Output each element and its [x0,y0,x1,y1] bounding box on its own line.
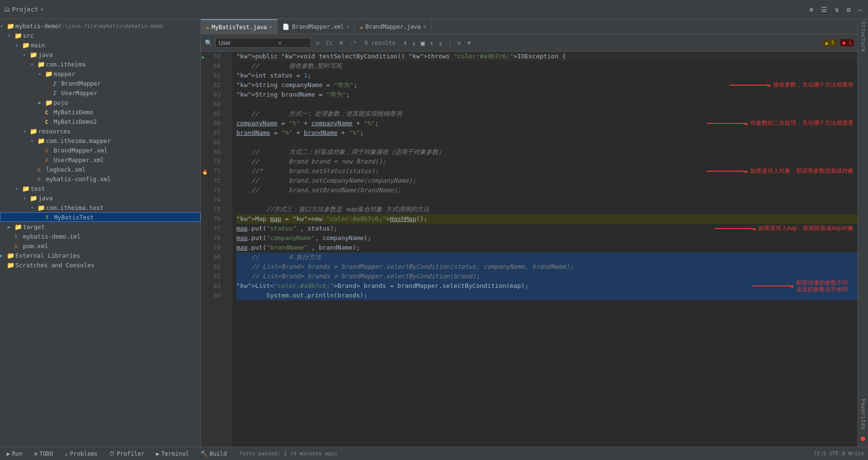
tree-item[interactable]: Xmybatis-config.xml [0,174,200,184]
search-input[interactable] [219,40,276,46]
run-button[interactable]: ▶ ▶ Run Run [4,449,25,458]
tree-item[interactable]: Xpom.xml [0,241,200,251]
code-content[interactable]: "kw">public "kw">void testSelectByCondit… [233,52,857,447]
match-case-button[interactable]: Cc [324,39,334,47]
tree-item-icon: 📁 [14,223,23,230]
whole-word-button[interactable]: W [338,39,345,47]
java-file-icon: ☕ [206,24,209,31]
tree-item-label: mapper [54,70,75,77]
clear-search-button[interactable]: ✕ [278,39,282,46]
tree-item[interactable]: Xlogback.xml [0,164,200,174]
tab-close-button[interactable]: ✕ [346,23,350,30]
tab-close-button[interactable]: ✕ [269,24,273,30]
code-line: // List<Brand> brands = brandMapper.sele… [236,262,857,272]
tree-item[interactable]: TMyBatisTest [0,212,200,222]
tree-item-icon: 📁 [22,42,31,49]
tree-item-icon: 📁 [30,195,38,202]
terminal-button[interactable]: ▶ Terminal [153,449,192,458]
tree-item[interactable]: ▶📁pojo [0,98,200,107]
tree-item-label: target [23,223,45,230]
tree-item[interactable]: XUserMapper.xml [0,155,200,164]
problems-icon: ⚠ [65,450,68,457]
build-button[interactable]: 🔨 Build [198,449,230,458]
line-number: 65 [201,109,224,119]
test-status: Tests passed: 1 (4 minutes ago) [239,450,337,457]
minimize-icon[interactable]: — [857,5,864,14]
prev-result-button[interactable]: ↑ [401,38,409,48]
tree-item[interactable]: ▾📁mybatis-demo E:\java-file\mybatis\myba… [0,21,200,31]
favorites-icon[interactable]: Favorites [860,399,867,430]
nav-option2[interactable]: ⇓ [436,38,444,48]
tree-item[interactable]: ▾📁test [0,184,200,193]
tree-item[interactable]: ▾📁com.itheima [0,59,200,69]
refresh-button[interactable]: ↺ [314,39,321,47]
line-number: 59▶ [201,52,224,61]
code-line: "kw">int status = 1; [236,71,857,80]
line-number: 76 [201,214,224,224]
align-button[interactable]: ≡ [455,39,462,47]
tree-arrow: ▾ [0,23,7,29]
tree-item[interactable]: IUserMapper [0,88,200,98]
code-line: // 4.执行方法▾ [236,252,857,262]
nav-option1[interactable]: ⇑ [428,38,435,48]
tree-item-label: BrandMapper.xml [54,147,108,154]
profiler-button[interactable]: ⏱ Profiler [106,449,147,458]
tree-item[interactable]: Imybatis-demo.iml [0,231,200,241]
tree-item[interactable]: CMyBatisDemo2 [0,117,200,126]
search-input-wrapper: ✕ [215,38,311,48]
tree-item[interactable]: ▾📁main [0,40,200,50]
tree-arrow: ▾ [31,138,37,143]
dropdown-icon[interactable]: ▾ [40,6,44,13]
tree-item[interactable]: ▾📁java [0,193,200,203]
list-icon[interactable]: ☰ [819,5,829,14]
todo-button[interactable]: ≡ TODO [31,449,56,458]
tree-item[interactable]: 📁Scratches and Consoles [0,260,200,270]
tree-item-label: mybatis-demo.iml [23,233,80,240]
tree-item-label: BrandMapper [61,80,101,87]
tree-item-icon: I [14,233,23,240]
tree-item[interactable]: ▶📁External Libraries [0,251,200,260]
line-number: 80 [201,252,224,262]
error-count[interactable]: ● 1 [840,39,854,46]
tree-item[interactable]: ▾📁src [0,31,200,40]
tree-item[interactable]: ▶📁target [0,222,200,231]
multi-file-button[interactable]: ▣ [419,38,426,48]
next-result-button[interactable]: ↓ [410,38,418,48]
line-number: 81 [201,262,224,272]
tree-item-label: External Libraries [15,252,80,259]
tree-item[interactable]: ▾📁resources [0,126,200,136]
warning-count[interactable]: ▲ 5 [823,39,836,46]
tab-mybatis-test[interactable]: ☕ MyBatisTest.java ✕ [201,19,278,34]
tree-item[interactable]: ▾📁com.itheima.mapper [0,136,200,145]
code-line: map.put("status" , status); [236,224,857,233]
tree-item-label: UserMapper.xml [54,156,104,164]
error-indicator[interactable]: ● [861,434,866,443]
tree-arrow: ▾ [15,43,22,48]
tree-item[interactable]: XBrandMapper.xml [0,145,200,155]
tree-item-path: E:\java-file\mybatis\mybatis-demo [58,23,163,29]
project-label: 🗂 Project ▾ [4,6,44,13]
sort-icon[interactable]: ⇅ [833,5,841,14]
settings-icon[interactable]: ⚙ [845,5,852,14]
filter-button[interactable]: ▼ [466,39,473,47]
search-bar: 🔍 ✕ ↺ Cc W .* 0 results ↑ ↓ ▣ ⇑ ⇓ | ≡ ▼ … [201,34,857,52]
profiler-icon: ⏱ [109,450,115,457]
tab-brand-mapper-xml[interactable]: 📄 BrandMapper.xml ✕ [278,19,355,34]
tree-item-icon: 📁 [7,22,15,30]
sync-icon[interactable]: ⊕ [807,5,815,14]
tree-item[interactable]: ▾📁java [0,50,200,59]
regex-button[interactable]: .* [348,39,358,47]
tree-item[interactable]: ▾📁com.itheima.test [0,203,200,212]
code-line: // brand.setBrandName(brandName); [236,186,857,195]
tab-brand-mapper-java[interactable]: ☕ BrandMapper.java ✕ [355,19,431,34]
tree-item[interactable]: CMyBatisDemo [0,107,200,117]
problems-button[interactable]: ⚠ Problems [62,449,100,458]
tree-item[interactable]: IBrandMapper [0,78,200,88]
line-number: 82 [201,272,224,281]
editor-area[interactable]: 59▶606162636465666768697071🔥727374757677… [201,52,857,447]
structure-icon[interactable]: Structure [860,21,867,52]
tree-item[interactable]: ▾📁mapper [0,69,200,78]
tab-close-button[interactable]: ✕ [423,23,426,30]
code-line [236,138,857,147]
tree-container[interactable]: ▾📁mybatis-demo E:\java-file\mybatis\myba… [0,19,200,447]
